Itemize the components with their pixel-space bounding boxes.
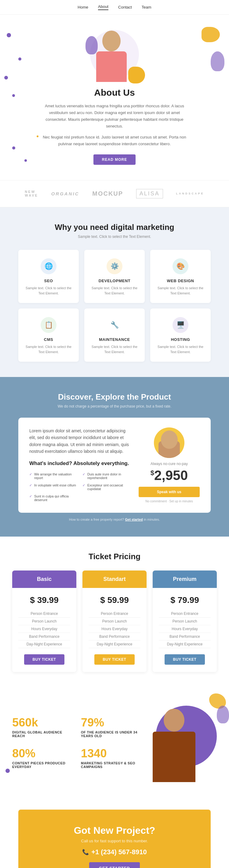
discover-card-left: Lorem ipsum dolor sit amet, consectetur … (29, 427, 129, 503)
stats-person-head (164, 709, 184, 732)
brand-organic: ORGANIC (51, 191, 79, 196)
read-more-button[interactable]: READ MORE (93, 154, 136, 165)
discover-section: Discover, Explore the Product We do not … (0, 377, 229, 536)
decor-dot-purple-2 (18, 58, 22, 61)
service-icon-hosting: 🖥️ (173, 317, 188, 333)
check-item: Sunt in culpa qui officia deserunt (29, 493, 76, 503)
pricing-card-premium: Premium $ 79.99 Person EntrancePerson La… (153, 570, 217, 672)
get-started-button[interactable]: GET STARTED (89, 862, 140, 868)
service-desc-cms: Sample text. Click to select the Text El… (24, 344, 73, 355)
decor-dot-purple-6 (25, 159, 27, 162)
decor-dot-purple-4 (12, 94, 15, 97)
discover-title: Discover, Explore the Product (18, 392, 211, 402)
decor-dot-purple-5 (12, 147, 15, 150)
nav-link-home[interactable]: Home (78, 5, 88, 9)
pricing-header-premium: Premium (153, 570, 217, 588)
pricing-header-basic: Basic (12, 570, 76, 588)
stat-number-3: 1340 (81, 747, 138, 760)
service-desc-web design: Sample text. Click to select the Text El… (156, 285, 205, 296)
service-card-seo: 🌐 SEO Sample text. Click to select the T… (18, 250, 79, 303)
feature-item: Day-Night Experience (18, 641, 70, 648)
phone-number: +1 (234) 567-8910 (91, 848, 147, 856)
feature-item: Day-Night Experience (88, 641, 141, 648)
feature-item: Person Launch (18, 618, 70, 625)
buy-button-basic[interactable]: BUY TICKET (24, 654, 65, 665)
feature-item: Band Performance (88, 633, 141, 641)
discover-card-desc: Lorem ipsum dolor sit amet, consectetur … (29, 427, 129, 455)
feature-item: Hours Everyday (159, 625, 211, 633)
price-value: 2,950 (154, 468, 188, 483)
nav-link-contact[interactable]: Contact (118, 5, 132, 9)
discover-card-subtitle: What's included? Absolutely everything. (29, 460, 129, 467)
brand-landscape: LANDSCAPE (176, 192, 204, 195)
service-title-web design: WEB DESIGN (156, 279, 205, 283)
cta-sub: Call us for fast support to this number. (37, 839, 192, 843)
service-card-cms: 📋 CMS Sample text. Click to select the T… (18, 309, 79, 362)
service-card-development: ⚙️ DEVELOPMENT Sample text. Click to sel… (84, 250, 145, 303)
service-desc-maintenance: Sample text. Click to select the Text El… (90, 344, 139, 355)
avatar-head (102, 31, 121, 51)
cta-phone: 📞 +1 (234) 567-8910 (37, 848, 192, 856)
pricing-features-standart: Person EntrancePerson LaunchHours Everyd… (88, 610, 141, 648)
service-title-cms: CMS (24, 337, 73, 342)
pricing-card-basic: Basic $ 39.99 Person EntrancePerson Laun… (12, 570, 76, 672)
why-title: Why you need digital marketing (18, 223, 211, 232)
navigation: HomeAboutContactTeam (0, 0, 229, 15)
get-started-link[interactable]: Get started (125, 518, 143, 521)
pricing-section: Ticket Pricing Basic $ 39.99 Person Entr… (0, 536, 229, 687)
service-desc-hosting: Sample text. Click to select the Text El… (156, 344, 205, 355)
check-list: We arrange the valuation reportDuis aute… (29, 471, 129, 503)
brand-newwave: NEW WAVE (25, 190, 38, 197)
service-card-maintenance: 🔧 MAINTENANCE Sample text. Click to sele… (84, 309, 145, 362)
no-cure-text: Always no-cure no-pay (139, 462, 200, 466)
service-title-maintenance: MAINTENANCE (90, 337, 139, 342)
price-symbol: $ (151, 469, 154, 477)
stats-person-torso (153, 732, 195, 782)
service-title-hosting: HOSTING (156, 337, 205, 342)
service-title-development: DEVELOPMENT (90, 279, 139, 283)
service-icon-development: ⚙️ (107, 258, 122, 274)
stats-person (131, 703, 217, 782)
speak-button[interactable]: Speak with us (139, 487, 200, 497)
check-item: Duis aute irure dolor in reprehenderit (82, 471, 129, 480)
pricing-grid: Basic $ 39.99 Person EntrancePerson Laun… (12, 570, 217, 672)
service-icon-maintenance: 🔧 (107, 317, 122, 333)
stats-blob-purple (217, 706, 229, 723)
pricing-price-standart: $ 59.99 (88, 595, 141, 605)
pricing-features-basic: Person EntrancePerson LaunchHours Everyd… (18, 610, 70, 648)
pricing-price: $2,950 (139, 468, 200, 483)
nav-link-about[interactable]: About (98, 4, 108, 10)
buy-button-standart[interactable]: BUY TICKET (94, 654, 135, 665)
brand-mockup: Mockup (92, 190, 123, 197)
stat-number-1: 79% (81, 716, 138, 729)
pricing-price-basic: $ 39.99 (18, 595, 70, 605)
stats-dot-purple (5, 769, 10, 773)
discover-card: Lorem ipsum dolor sit amet, consectetur … (18, 417, 211, 513)
decor-dot-purple-1 (7, 33, 11, 37)
stat-number-0: 560k (12, 716, 69, 729)
pricing-features-premium: Person EntrancePerson LaunchHours Everyd… (159, 610, 211, 648)
stat-label-2: CONTENT PIECES PRODUCED EVERYDAY (12, 761, 69, 769)
service-desc-development: Sample text. Click to select the Text El… (90, 285, 139, 296)
stat-label-3: MARKETING STRATEGY & SEO CAMPAIGNS (81, 761, 138, 769)
service-card-hosting: 🖥️ HOSTING Sample text. Click to select … (150, 309, 211, 362)
check-item: We arrange the valuation report (29, 471, 76, 480)
feature-item: Band Performance (18, 633, 70, 641)
stats-grid: 560k DIGITAL GLOBAL AUDIENCE REACH 79% O… (12, 716, 138, 769)
phone-icon: 📞 (82, 849, 89, 856)
no-commit-text: No commitment · Set up in minutes (139, 500, 200, 503)
avatar-wrapper (87, 27, 142, 82)
nav-link-team[interactable]: Team (142, 5, 151, 9)
decor-dot-yellow-1 (37, 135, 38, 137)
decor-dot-purple-3 (4, 76, 8, 80)
stats-section: 560k DIGITAL GLOBAL AUDIENCE REACH 79% O… (0, 687, 229, 797)
about-desc-1: Amet luctus venenatis lectus magna fring… (41, 103, 188, 130)
feature-item: Person Launch (88, 618, 141, 625)
discover-person-avatar (154, 427, 184, 458)
about-desc-2: Nec feugiat nisl pretium fusce id. Justo… (41, 134, 188, 147)
stat-card-1: 79% OF THE AUDIENCE IS UNDER 34 YEARS OL… (81, 716, 138, 738)
service-icon-seo: 🌐 (41, 258, 56, 274)
check-item: Excepteur sint occaecat cupidatat (82, 483, 129, 492)
discover-card-right: Always no-cure no-pay $2,950 Speak with … (139, 427, 200, 503)
buy-button-premium[interactable]: BUY TICKET (164, 654, 205, 665)
